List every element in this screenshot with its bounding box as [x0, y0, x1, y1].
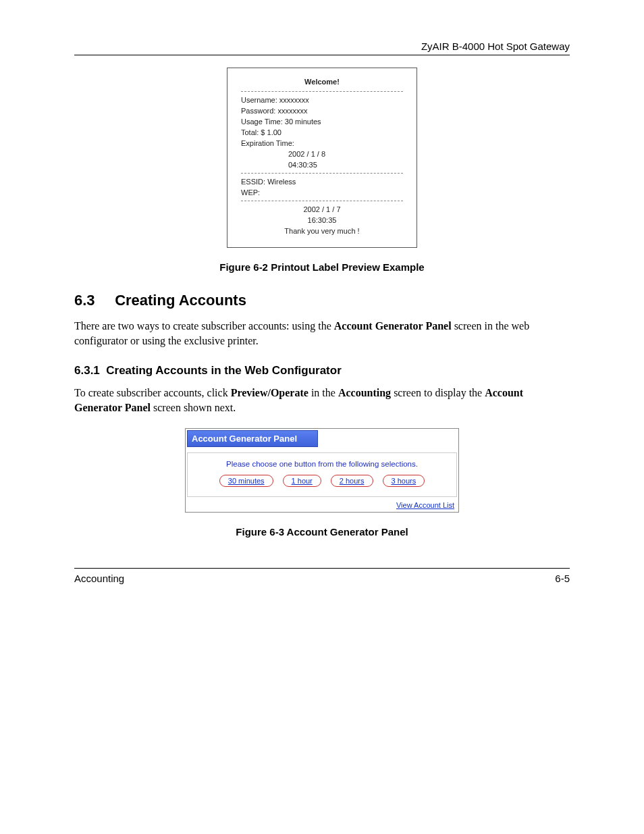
password-value: xxxxxxxx: [277, 107, 307, 115]
printout-label-preview: Welcome! Username: xxxxxxxx Password: xx…: [227, 68, 417, 248]
footer-left: Accounting: [74, 573, 124, 584]
usage-label: Usage Time:: [241, 118, 283, 126]
divider: [241, 91, 403, 92]
printout-preview-container: Welcome! Username: xxxxxxxx Password: xx…: [74, 68, 570, 248]
total-label: Total:: [241, 128, 259, 136]
printout-total: Total: $ 1.00: [241, 128, 403, 136]
duration-3-hours-button[interactable]: 3 hours: [383, 475, 425, 487]
page-footer: Accounting 6-5: [74, 568, 570, 584]
printout-expiration: Expiration Time:: [241, 139, 403, 147]
para-bold: Preview/Operate: [231, 387, 308, 398]
duration-2-hours-button[interactable]: 2 hours: [331, 475, 373, 487]
para-text: screen to display the: [391, 387, 485, 398]
section-title: Creating Accounts: [115, 292, 246, 309]
section-number: 6.3: [74, 292, 111, 309]
usage-value: 30 minutes: [285, 118, 321, 126]
section-heading-6-3: 6.3 Creating Accounts: [74, 292, 570, 309]
panel-body: Please choose one button from the follow…: [187, 452, 457, 497]
duration-30-minutes-button[interactable]: 30 minutes: [219, 475, 273, 487]
para-text: To create subscriber accounts, click: [74, 387, 231, 398]
account-generator-panel: Account Generator Panel Please choose on…: [185, 428, 459, 513]
printout-welcome: Welcome!: [241, 78, 403, 86]
figure-6-3-caption: Figure 6-3 Account Generator Panel: [74, 526, 570, 538]
essid-label: ESSID:: [241, 178, 265, 186]
subsection-heading-6-3-1: 6.3.1 Creating Accounts in the Web Confi…: [74, 364, 570, 377]
para-bold: Account Generator Panel: [334, 320, 452, 332]
section-6-3-paragraph: There are two ways to create subscriber …: [74, 319, 570, 348]
printout-username: Username: xxxxxxxx: [241, 96, 403, 104]
printout-usage: Usage Time: 30 minutes: [241, 118, 403, 126]
printout-password: Password: xxxxxxxx: [241, 107, 403, 115]
username-value: xxxxxxxx: [279, 96, 309, 104]
account-generator-panel-figure: Account Generator Panel Please choose on…: [74, 428, 570, 513]
printout-wep: WEP:: [241, 188, 403, 197]
printout-thanks: Thank you very much !: [241, 227, 403, 235]
expiration-time: 04:30:35: [241, 161, 403, 169]
figure-6-2-caption: Figure 6-2 Printout Label Preview Exampl…: [74, 261, 570, 273]
divider: [241, 201, 403, 201]
panel-instruction-text: Please choose one button from the follow…: [188, 460, 456, 468]
expiration-date: 2002 / 1 / 8: [241, 150, 403, 158]
page-header: ZyAIR B-4000 Hot Spot Gateway: [74, 41, 570, 55]
footer-right: 6-5: [555, 573, 570, 584]
duration-1-hour-button[interactable]: 1 hour: [283, 475, 321, 487]
subsection-6-3-1-paragraph: To create subscriber accounts, click Pre…: [74, 386, 570, 415]
para-text: screen shown next.: [151, 402, 236, 413]
essid-value: Wireless: [267, 178, 296, 186]
subsection-title: Creating Accounts in the Web Configurato…: [106, 364, 342, 377]
expiration-label: Expiration Time:: [241, 139, 294, 147]
printout-foot-time: 16:30:35: [241, 216, 403, 224]
password-label: Password:: [241, 107, 275, 115]
para-text: in the: [308, 387, 338, 398]
duration-button-row: 30 minutes 1 hour 2 hours 3 hours: [188, 475, 456, 487]
divider: [241, 173, 403, 174]
wep-label: WEP:: [241, 188, 260, 197]
panel-title-bar: Account Generator Panel: [187, 430, 318, 447]
subsection-number: 6.3.1: [74, 364, 100, 377]
username-label: Username:: [241, 96, 277, 104]
header-title: ZyAIR B-4000 Hot Spot Gateway: [421, 41, 570, 52]
printout-foot-date: 2002 / 1 / 7: [241, 205, 403, 213]
para-bold: Accounting: [338, 387, 391, 398]
total-value: $ 1.00: [261, 128, 281, 136]
printout-essid: ESSID: Wireless: [241, 178, 403, 186]
para-text: There are two ways to create subscriber …: [74, 320, 334, 332]
view-account-list-link[interactable]: View Account List: [187, 497, 457, 511]
